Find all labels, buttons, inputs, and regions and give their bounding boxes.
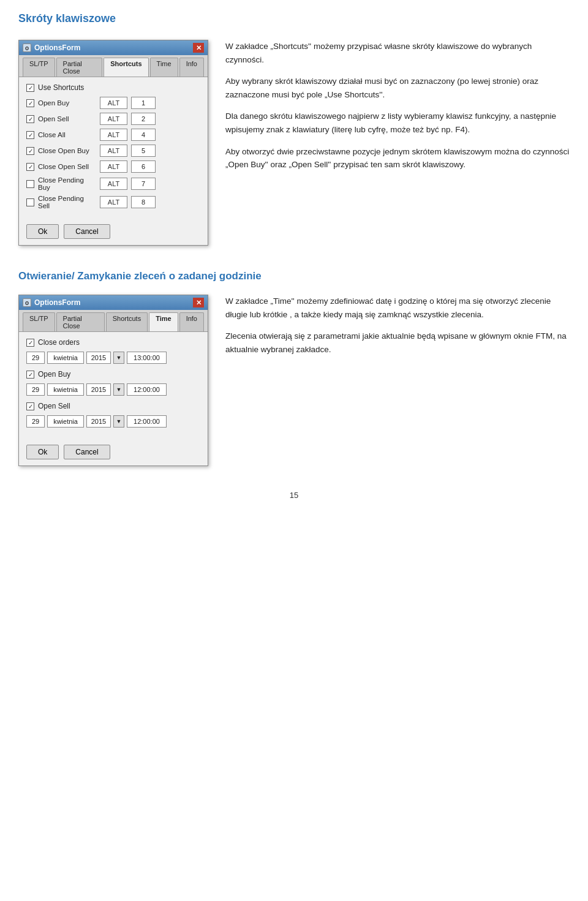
open-sell-time[interactable]: 12:00:00 xyxy=(127,415,167,428)
shortcut-checkbox-0[interactable]: ✓ xyxy=(26,99,34,107)
open-sell-year[interactable]: 2015 xyxy=(86,415,111,428)
tab-info-2[interactable]: Info xyxy=(179,312,204,331)
page-number: 15 xyxy=(18,491,570,500)
dialog1-title: OptionsForm xyxy=(34,43,80,52)
dialog1-container: o OptionsForm ✕ SL/TP Partial Close Shor… xyxy=(18,40,208,246)
shortcut-label-2: Close All xyxy=(38,131,96,138)
dialog1-close-button[interactable]: ✕ xyxy=(193,43,204,53)
open-sell-label: Open Sell xyxy=(38,402,70,410)
shortcut-checkbox-4[interactable]: ✓ xyxy=(26,163,34,171)
use-shortcuts-label: Use Shortcuts xyxy=(38,83,84,92)
shortcut-num-6[interactable]: 8 xyxy=(131,196,156,208)
open-buy-month[interactable]: kwietnia xyxy=(47,383,84,396)
shortcut-row-3: ✓ Close Open Buy ALT 5 xyxy=(26,145,200,157)
open-buy-time[interactable]: 12:00:00 xyxy=(127,383,167,396)
tab-shortcuts-2[interactable]: Shortcuts xyxy=(106,312,148,331)
shortcut-row-0: ✓ Open Buy ALT 1 xyxy=(26,97,200,109)
close-orders-dropdown[interactable]: ▼ xyxy=(113,352,124,364)
close-orders-row: ✓ Close orders xyxy=(26,338,200,347)
page-title: Skróty klawiszowe xyxy=(18,12,570,25)
dialog2: o OptionsForm ✕ SL/TP Partial Close Shor… xyxy=(18,295,208,466)
dialog1-body: ✓ Use Shortcuts ✓ Open Buy ALT 1 ✓ Open … xyxy=(19,77,208,219)
tab-time-1[interactable]: Time xyxy=(150,58,178,77)
dialog2-body: ✓ Close orders 29 kwietnia 2015 ▼ 13:00:… xyxy=(19,332,208,440)
close-orders-checkbox[interactable]: ✓ xyxy=(26,339,34,347)
dialog2-title: OptionsForm xyxy=(34,298,80,307)
open-sell-row: ✓ Open Sell xyxy=(26,402,200,410)
shortcut-key-6[interactable]: ALT xyxy=(100,196,127,208)
shortcut-checkbox-1[interactable]: ✓ xyxy=(26,115,34,123)
close-orders-day[interactable]: 29 xyxy=(26,352,45,364)
time-section-0: ✓ Close orders 29 kwietnia 2015 ▼ 13:00:… xyxy=(26,338,200,364)
tab-info-1[interactable]: Info xyxy=(179,58,204,77)
dialog2-container: o OptionsForm ✕ SL/TP Partial Close Shor… xyxy=(18,295,208,466)
shortcut-label-4: Close Open Sell xyxy=(38,163,96,170)
dialog2-title-left: o OptionsForm xyxy=(23,298,80,307)
open-sell-time-row: 29 kwietnia 2015 ▼ 12:00:00 xyxy=(26,415,200,428)
tab-shortcuts-1[interactable]: Shortcuts xyxy=(104,58,148,77)
dialog2-cancel-button[interactable]: Cancel xyxy=(64,445,110,459)
dialog1-icon: o xyxy=(23,43,31,52)
shortcut-num-2[interactable]: 4 xyxy=(131,129,156,141)
shortcut-key-4[interactable]: ALT xyxy=(100,160,127,173)
shortcut-key-5[interactable]: ALT xyxy=(100,178,127,190)
use-shortcuts-checkbox[interactable]: ✓ xyxy=(26,84,34,92)
text2-container: W zakładce „Time'' możemy zdefiniować da… xyxy=(225,295,570,364)
text1-container: W zakładce „Shortcuts'' możemy przypisać… xyxy=(225,40,570,180)
time-section-2: ✓ Open Sell 29 kwietnia 2015 ▼ 12:00:00 xyxy=(26,402,200,428)
section-shortcuts: o OptionsForm ✕ SL/TP Partial Close Shor… xyxy=(18,40,570,246)
close-orders-year[interactable]: 2015 xyxy=(86,352,111,364)
use-shortcuts-row: ✓ Use Shortcuts xyxy=(26,83,200,92)
text1-p4: Aby otworzyć dwie przeciwstawne pozycje … xyxy=(225,145,570,172)
shortcut-num-1[interactable]: 2 xyxy=(131,113,156,125)
section2-title: Otwieranie/ Zamykanie zleceń o zadanej g… xyxy=(18,270,570,282)
tab-partialclose-2[interactable]: Partial Close xyxy=(56,312,105,331)
dialog2-titlebar: o OptionsForm ✕ xyxy=(19,295,208,310)
time-section-1: ✓ Open Buy 29 kwietnia 2015 ▼ 12:00:00 xyxy=(26,370,200,396)
dialog1-title-left: o OptionsForm xyxy=(23,43,80,52)
open-sell-checkbox[interactable]: ✓ xyxy=(26,402,34,410)
dialog2-ok-button[interactable]: Ok xyxy=(26,445,59,459)
open-sell-day[interactable]: 29 xyxy=(26,415,45,428)
shortcut-label-6: Close Pending Sell xyxy=(38,195,96,209)
open-buy-year[interactable]: 2015 xyxy=(86,383,111,396)
dialog2-close-button[interactable]: ✕ xyxy=(193,298,204,307)
shortcut-key-3[interactable]: ALT xyxy=(100,145,127,157)
shortcut-checkbox-2[interactable]: ✓ xyxy=(26,131,34,139)
dialog1-ok-button[interactable]: Ok xyxy=(26,224,59,239)
shortcut-num-3[interactable]: 5 xyxy=(131,145,156,157)
shortcut-checkbox-3[interactable]: ✓ xyxy=(26,147,34,155)
shortcut-num-4[interactable]: 6 xyxy=(131,160,156,173)
tab-sltp-1[interactable]: SL/TP xyxy=(23,58,55,77)
open-buy-label: Open Buy xyxy=(38,370,70,379)
dialog1-titlebar: o OptionsForm ✕ xyxy=(19,40,208,55)
shortcut-label-5: Close Pending Buy xyxy=(38,176,96,191)
tab-partialclose-1[interactable]: Partial Close xyxy=(56,58,103,77)
shortcut-row-2: ✓ Close All ALT 4 xyxy=(26,129,200,141)
shortcut-checkbox-5[interactable] xyxy=(26,180,34,188)
shortcut-key-2[interactable]: ALT xyxy=(100,129,127,141)
shortcut-checkbox-6[interactable] xyxy=(26,198,34,206)
shortcut-row-6: Close Pending Sell ALT 8 xyxy=(26,195,200,209)
shortcut-row-5: Close Pending Buy ALT 7 xyxy=(26,176,200,191)
dialog1-cancel-button[interactable]: Cancel xyxy=(64,224,110,239)
open-buy-checkbox[interactable]: ✓ xyxy=(26,371,34,379)
close-orders-time[interactable]: 13:00:00 xyxy=(127,352,167,364)
shortcut-label-0: Open Buy xyxy=(38,99,96,107)
shortcut-key-1[interactable]: ALT xyxy=(100,113,127,125)
shortcut-num-0[interactable]: 1 xyxy=(131,97,156,109)
open-buy-row: ✓ Open Buy xyxy=(26,370,200,379)
open-sell-dropdown[interactable]: ▼ xyxy=(113,415,124,428)
tab-sltp-2[interactable]: SL/TP xyxy=(23,312,55,331)
open-buy-dropdown[interactable]: ▼ xyxy=(113,383,124,396)
open-buy-day[interactable]: 29 xyxy=(26,383,45,396)
shortcut-key-0[interactable]: ALT xyxy=(100,97,127,109)
section-time: o OptionsForm ✕ SL/TP Partial Close Shor… xyxy=(18,295,570,466)
tab-time-2[interactable]: Time xyxy=(149,312,178,331)
close-orders-label: Close orders xyxy=(38,338,80,347)
close-orders-month[interactable]: kwietnia xyxy=(47,352,84,364)
dialog2-icon: o xyxy=(23,298,31,307)
shortcut-row-1: ✓ Open Sell ALT 2 xyxy=(26,113,200,125)
open-sell-month[interactable]: kwietnia xyxy=(47,415,84,428)
shortcut-num-5[interactable]: 7 xyxy=(131,178,156,190)
